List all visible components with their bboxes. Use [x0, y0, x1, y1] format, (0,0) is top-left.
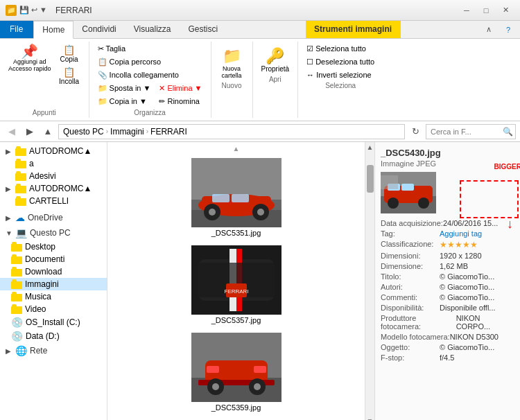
ribbon-group-apri: 🔑 Proprietà Apri: [253, 42, 299, 118]
sidebar-item-adesivi[interactable]: Adesivi: [0, 170, 107, 182]
scroll-up-arrow[interactable]: ▲: [110, 145, 362, 152]
ribbon-group-nuovo: 📁 Nuovacartella Nuovo: [211, 42, 253, 118]
minimize-button[interactable]: ─: [458, 3, 476, 17]
ribbon-tabs: File Home Condividi Visualizza Gestisci …: [0, 21, 520, 38]
sidebar-item-a[interactable]: a: [0, 157, 107, 170]
file-thumbnail-dsc5357: FERRARI: [191, 245, 281, 315]
sidebar-item-autodromc1[interactable]: ▶ AUTODROMC▲: [0, 145, 107, 157]
preview-filename: _DSC5430.jpg: [381, 148, 514, 158]
btn-nuova-cartella[interactable]: 📁 Nuovacartella: [218, 46, 245, 80]
folder-icon: [11, 242, 22, 252]
folder-icon: [11, 254, 22, 264]
btn-copia[interactable]: 📋 Copia: [55, 43, 83, 64]
scroll-up-btn[interactable]: ▲: [367, 142, 374, 151]
up-button[interactable]: ▲: [40, 124, 55, 139]
file-thumbnail-dsc5351: [191, 158, 281, 227]
sidebar-section-rete[interactable]: ▶ 🌐 Rete: [0, 343, 107, 358]
btn-deseleziona-tutto[interactable]: ☐ Deseleziona tutto: [304, 56, 377, 68]
search-icon: 🔍: [503, 127, 513, 137]
prop-commenti: Commenti: © GiacomoTio...: [381, 293, 514, 301]
main-container: ▶ AUTODROMC▲ a Adesivi ▶ AUTODROMC▲ CART…: [0, 142, 520, 420]
bigger-label: BIGGER: [494, 163, 520, 170]
ribbon: File Home Condividi Visualizza Gestisci …: [0, 21, 520, 121]
file-item-dsc5357[interactable]: FERRARI _DSC5357.jpg: [110, 243, 362, 327]
sidebar-item-video[interactable]: Video: [0, 303, 107, 315]
sidebar-item-os-install[interactable]: 💿 OS_Install (C:): [0, 315, 107, 329]
sidebar-section-onedrive[interactable]: ▶ ☁ OneDrive: [0, 210, 107, 225]
btn-copia-in[interactable]: 📁 Copia in ▼: [95, 96, 154, 107]
tab-condividi[interactable]: Condividi: [73, 21, 125, 38]
forward-button[interactable]: ▶: [22, 124, 37, 139]
ribbon-group-appunti: 📌 Aggiungi adAccesso rapido 📋 Copia 📋 In…: [0, 42, 89, 118]
svg-rect-5: [212, 194, 229, 202]
path-sep-2: ›: [146, 128, 148, 135]
tab-home[interactable]: Home: [33, 21, 73, 39]
bigger-arrow: ↓: [507, 217, 513, 231]
close-button[interactable]: ✕: [496, 3, 514, 17]
file-item-dsc5359[interactable]: _DSC5359.jpg: [110, 330, 362, 414]
btn-taglia[interactable]: ✂ Taglia: [95, 43, 205, 55]
ribbon-minimize-btn[interactable]: ∧: [480, 23, 498, 37]
path-sep-1: ›: [106, 128, 108, 135]
svg-rect-32: [401, 184, 414, 191]
sidebar-section-questo-pc[interactable]: ▼ 💻 Questo PC: [0, 225, 107, 240]
title-bar: 📁 💾 ↩ ▼ FERRARI ─ □ ✕: [0, 0, 520, 21]
window-title: FERRARI: [55, 6, 92, 15]
btn-copia-percorso[interactable]: 📋 Copia percorso: [95, 56, 205, 68]
scroll-down-btn[interactable]: ▼: [367, 417, 374, 420]
sidebar-item-data-d[interactable]: 💿 Data (D:): [0, 329, 107, 343]
btn-incolla-collegamento[interactable]: 📎 Incolla collegamento: [95, 69, 205, 81]
svg-point-33: [388, 198, 399, 209]
prop-dimensioni: Dimensioni: 1920 x 1280: [381, 252, 514, 260]
folder-icon: [15, 159, 26, 168]
svg-text:FERRARI: FERRARI: [224, 288, 248, 295]
sidebar-item-musica[interactable]: Musica: [0, 290, 107, 303]
sidebar-item-autodromc2[interactable]: ▶ AUTODROMC▲: [0, 182, 107, 195]
sidebar-item-documenti[interactable]: Documenti: [0, 253, 107, 265]
prop-oggetto: Oggetto: © GiacomoTio...: [381, 343, 514, 351]
prop-disponibilita: Disponibilità: Disponibile offl...: [381, 304, 514, 312]
help-button[interactable]: ?: [499, 23, 517, 37]
sidebar-item-cartelli[interactable]: CARTELLI: [0, 195, 107, 207]
btn-elimina[interactable]: ✕ Elimina ▼: [156, 82, 205, 94]
prop-modello: Modello fotocamera: NIKON D5300: [381, 333, 514, 341]
properties-icon: 🔑: [266, 47, 284, 65]
btn-aggiungi-accesso[interactable]: 📌 Aggiungi adAccesso rapido: [6, 43, 54, 73]
folder-icon: [15, 171, 26, 181]
btn-seleziona-tutto[interactable]: ☑ Seleziona tutto: [304, 43, 377, 55]
folder-icon: [11, 267, 22, 277]
folder-icon: [11, 304, 22, 314]
btn-incolla[interactable]: 📋 Incolla: [55, 65, 83, 87]
tab-visualizza[interactable]: Visualizza: [125, 21, 180, 38]
file-name-dsc5359: _DSC5359.jpg: [211, 403, 261, 412]
folder-icon: [15, 184, 26, 193]
tab-gestisci[interactable]: Gestisci: [180, 21, 227, 38]
file-list-scrollbar[interactable]: ▲ ▼: [365, 142, 374, 420]
refresh-button[interactable]: ↻: [408, 124, 423, 139]
seleziona-label: Seleziona: [325, 82, 356, 89]
tab-strumenti-immagini[interactable]: Strumenti immagini: [306, 21, 401, 38]
btn-proprieta[interactable]: 🔑 Proprietà: [259, 46, 293, 74]
prop-produttore: Produttore fotocamera: NIKON CORPO...: [381, 314, 514, 331]
search-input[interactable]: [431, 128, 500, 136]
file-area-wrapper: ▲: [107, 142, 374, 420]
drive-icon: 💿: [11, 331, 23, 342]
back-button[interactable]: ◀: [4, 124, 19, 139]
btn-inverti-selezione[interactable]: ↔ Inverti selezione: [304, 69, 377, 80]
maximize-button[interactable]: □: [477, 3, 495, 17]
btn-sposta-in[interactable]: 📁 Sposta in ▼: [95, 82, 154, 94]
pc-icon: 💻: [15, 227, 27, 238]
sidebar-item-desktop[interactable]: Desktop: [0, 240, 107, 253]
onedrive-icon: ☁: [15, 212, 25, 223]
preview-properties: Data acquisizione: 24/06/2016 15... Tag:…: [381, 219, 514, 362]
btn-rinomina[interactable]: ✏ Rinomina: [156, 96, 205, 107]
svg-point-27: [254, 383, 261, 390]
scroll-thumb[interactable]: [367, 165, 374, 193]
sidebar-item-immagini[interactable]: Immagini: [0, 278, 107, 290]
apri-label: Apri: [269, 76, 281, 83]
file-item-dsc5351[interactable]: _DSC5351.jpg: [110, 155, 362, 240]
sidebar-item-download[interactable]: Download: [0, 265, 107, 278]
sidebar: ▶ AUTODROMC▲ a Adesivi ▶ AUTODROMC▲ CART…: [0, 142, 107, 420]
address-path[interactable]: Questo PC › Immagini › FERRARI: [58, 124, 405, 139]
tab-file[interactable]: File: [0, 21, 33, 38]
